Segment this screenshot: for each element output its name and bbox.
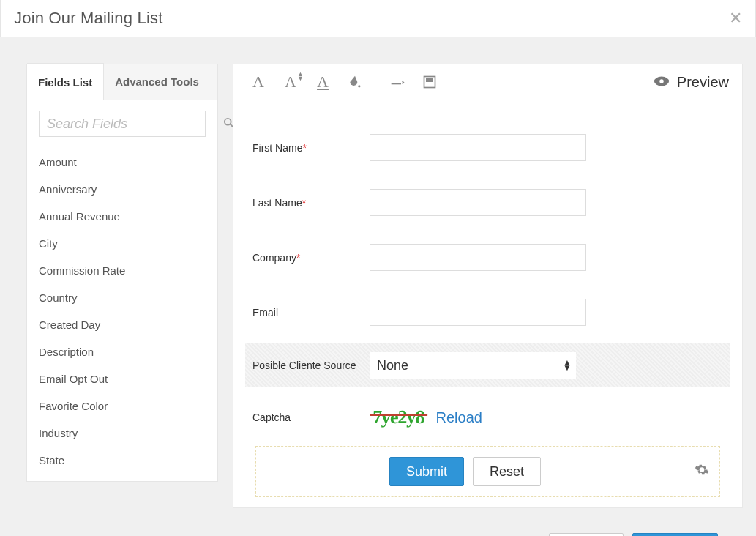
label-first-name: First Name*	[252, 142, 370, 154]
field-item[interactable]: Created Day	[27, 311, 217, 338]
field-item[interactable]: Country	[27, 284, 217, 311]
field-item[interactable]: Industry	[27, 420, 217, 447]
form-body: First Name* Last Name* Company* Email Po…	[233, 100, 742, 497]
next-step-button[interactable]: Next Step	[632, 533, 718, 536]
font-color-icon[interactable]: A	[314, 73, 332, 91]
search-box	[39, 111, 206, 137]
label-company: Company*	[252, 252, 370, 264]
input-company[interactable]	[370, 244, 586, 271]
wizard-footer: Cancel Next Step	[0, 520, 756, 536]
search-wrap	[27, 100, 217, 144]
field-item[interactable]: Email Opt Out	[27, 365, 217, 392]
fields-list: Amount Anniversary Annual Revenue City C…	[27, 144, 217, 481]
tab-fields-list[interactable]: Fields List	[27, 63, 104, 100]
field-item[interactable]: State	[27, 447, 217, 474]
fill-color-icon[interactable]	[346, 73, 364, 91]
label-captcha: Captcha	[252, 412, 370, 423]
close-icon[interactable]: ✕	[729, 9, 742, 28]
field-item[interactable]: Commission Rate	[27, 257, 217, 284]
preview-button[interactable]: Preview	[654, 74, 729, 91]
row-company: Company*	[245, 235, 730, 280]
page-title: Join Our Mailing List	[14, 9, 163, 28]
select-source-value: None	[377, 358, 408, 373]
layout-icon[interactable]	[421, 73, 438, 91]
row-first-name: First Name*	[245, 125, 730, 170]
tab-advanced-tools[interactable]: Advanced Tools	[104, 64, 217, 100]
field-item[interactable]: Annual Revenue	[27, 203, 217, 230]
field-item[interactable]: Favorite Color	[27, 392, 217, 420]
row-captcha: Captcha 7ye2y8 Reload	[245, 399, 730, 428]
submit-button[interactable]: Submit	[389, 457, 464, 486]
sidebar-tabs: Fields List Advanced Tools	[27, 64, 217, 100]
input-email[interactable]	[370, 299, 586, 326]
font-size-icon[interactable]: A▲▼	[282, 73, 299, 91]
input-first-name[interactable]	[370, 134, 586, 161]
border-icon[interactable]	[389, 73, 406, 91]
svg-point-0	[225, 119, 231, 125]
row-source: Posible Cliente Source None ▲▼	[245, 343, 730, 387]
submit-row: Submit Reset	[255, 446, 720, 497]
reset-button[interactable]: Reset	[473, 457, 541, 486]
fields-panel: Fields List Advanced Tools Amount Annive…	[26, 64, 218, 482]
chevron-updown-icon: ▲▼	[563, 360, 572, 371]
modal-header: Join Our Mailing List ✕	[0, 0, 756, 37]
svg-point-7	[659, 79, 664, 83]
svg-point-2	[358, 85, 360, 87]
work-area: Fields List Advanced Tools Amount Annive…	[0, 37, 756, 520]
label-last-name: Last Name*	[252, 197, 370, 209]
row-email: Email	[245, 290, 730, 335]
field-item[interactable]: Anniversary	[27, 176, 217, 203]
captcha-reload-link[interactable]: Reload	[436, 409, 482, 426]
search-input[interactable]	[47, 116, 217, 132]
form-canvas: A A▲▼ A Preview First Name*	[233, 64, 743, 508]
label-email: Email	[252, 307, 370, 319]
row-last-name: Last Name*	[245, 180, 730, 225]
select-source[interactable]: None ▲▼	[370, 352, 576, 379]
preview-label: Preview	[677, 74, 729, 91]
field-item[interactable]: Amount	[27, 149, 217, 176]
font-family-icon[interactable]: A	[250, 73, 267, 91]
cancel-button[interactable]: Cancel	[549, 533, 624, 536]
input-last-name[interactable]	[370, 189, 586, 216]
gear-icon[interactable]	[695, 463, 709, 481]
eye-icon	[654, 74, 670, 91]
svg-rect-5	[427, 79, 433, 81]
format-toolbar: A A▲▼ A Preview	[233, 64, 742, 100]
field-item[interactable]: Description	[27, 338, 217, 365]
field-item[interactable]: City	[27, 230, 217, 257]
label-source: Posible Cliente Source	[252, 360, 370, 371]
captcha-image: 7ye2y8	[369, 406, 427, 428]
